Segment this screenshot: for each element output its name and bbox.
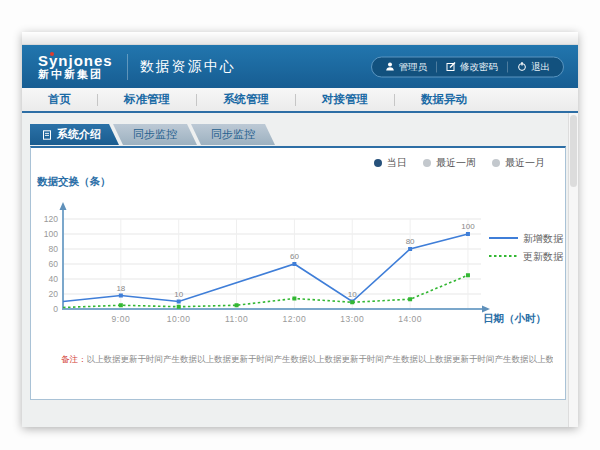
radio-label: 最近一月 bbox=[505, 156, 545, 170]
time-range-filter: 当日 最近一周 最近一月 bbox=[374, 156, 545, 170]
chart-panel: 当日 最近一周 最近一月 0204060801001209:0010:0011:… bbox=[30, 146, 566, 400]
svg-text:80: 80 bbox=[406, 237, 415, 246]
main-nav: 首页 标准管理 系统管理 对接管理 数据异动 bbox=[22, 88, 578, 113]
svg-text:14:00: 14:00 bbox=[398, 314, 422, 324]
y-axis-arrow-icon bbox=[60, 202, 67, 210]
svg-text:18: 18 bbox=[116, 284, 125, 293]
svg-text:13:00: 13:00 bbox=[340, 314, 364, 324]
logo-red-dot-icon bbox=[50, 52, 54, 56]
svg-text:10:00: 10:00 bbox=[167, 314, 191, 324]
footnote-prefix: 备注： bbox=[61, 354, 87, 364]
app-header: Synjones 新中新集团 数据资源中心 管理员 bbox=[22, 45, 578, 88]
svg-text:新增数据: 新增数据 bbox=[523, 233, 564, 244]
tab-system-intro[interactable]: 系统介绍 bbox=[30, 124, 119, 145]
tab-bar: 系统介绍 同步监控 同步监控 bbox=[30, 124, 269, 145]
svg-text:100: 100 bbox=[44, 229, 58, 239]
data-exchange-line-chart: 0204060801001209:0010:0011:0012:0013:001… bbox=[31, 172, 567, 338]
svg-text:11:00: 11:00 bbox=[225, 314, 248, 324]
current-user-label: 管理员 bbox=[399, 60, 428, 73]
logout-label: 退出 bbox=[531, 60, 550, 73]
footnote: 备注：以上数据更新于时间产生数据以上数据更新于时间产生数据以上数据更新于时间产生… bbox=[61, 354, 553, 366]
svg-text:0: 0 bbox=[53, 304, 58, 314]
svg-text:40: 40 bbox=[49, 274, 59, 284]
brand-name-cn: 新中新集团 bbox=[38, 69, 113, 81]
svg-text:10: 10 bbox=[348, 290, 357, 299]
nav-item-system-mgmt[interactable]: 系统管理 bbox=[197, 88, 295, 111]
svg-text:60: 60 bbox=[49, 259, 59, 269]
page-content: 系统介绍 同步监控 同步监控 当日 最近一周 bbox=[22, 113, 578, 427]
svg-text:更新数据: 更新数据 bbox=[523, 251, 564, 262]
footnote-text: 以上数据更新于时间产生数据以上数据更新于时间产生数据以上数据更新于时间产生数据以… bbox=[87, 354, 554, 364]
tab-label: 同步监控 bbox=[211, 128, 255, 140]
radio-today[interactable]: 当日 bbox=[374, 156, 407, 170]
radio-unselected-icon bbox=[423, 159, 431, 167]
svg-text:80: 80 bbox=[49, 244, 59, 254]
radio-label: 最近一周 bbox=[436, 156, 476, 170]
power-icon bbox=[517, 62, 527, 72]
brand-name: Synjones bbox=[38, 53, 113, 69]
window-top-strip bbox=[22, 32, 578, 45]
brand-logo[interactable]: Synjones 新中新集团 bbox=[38, 53, 113, 80]
scrollbar[interactable] bbox=[568, 113, 578, 427]
svg-text:数据交换（条）: 数据交换（条） bbox=[36, 175, 111, 188]
radio-unselected-icon bbox=[492, 159, 500, 167]
svg-text:60: 60 bbox=[290, 252, 299, 261]
page-title: 数据资源中心 bbox=[140, 58, 236, 76]
svg-text:10: 10 bbox=[174, 290, 183, 299]
change-password-label: 修改密码 bbox=[460, 60, 498, 73]
svg-text:120: 120 bbox=[44, 214, 58, 224]
nav-item-data-change[interactable]: 数据异动 bbox=[395, 88, 493, 111]
radio-last-week[interactable]: 最近一周 bbox=[423, 156, 476, 170]
logout-button[interactable]: 退出 bbox=[508, 60, 559, 73]
nav-item-home[interactable]: 首页 bbox=[22, 88, 97, 111]
current-user-button[interactable]: 管理员 bbox=[376, 60, 437, 73]
change-password-button[interactable]: 修改密码 bbox=[437, 60, 507, 73]
svg-text:12:00: 12:00 bbox=[283, 314, 307, 324]
user-menu: 管理员 修改密码 退出 bbox=[371, 56, 565, 77]
svg-text:日期（小时）: 日期（小时） bbox=[483, 312, 546, 325]
radio-selected-icon bbox=[374, 159, 382, 167]
svg-text:9:00: 9:00 bbox=[112, 314, 131, 324]
nav-item-interface-mgmt[interactable]: 对接管理 bbox=[296, 88, 394, 111]
svg-text:100: 100 bbox=[461, 222, 475, 231]
svg-text:20: 20 bbox=[49, 289, 59, 299]
document-icon bbox=[42, 130, 52, 140]
radio-last-month[interactable]: 最近一月 bbox=[492, 156, 545, 170]
scrollbar-thumb[interactable] bbox=[570, 115, 577, 187]
tab-sync-monitor-1[interactable]: 同步监控 bbox=[113, 124, 197, 145]
tab-label: 系统介绍 bbox=[57, 124, 101, 145]
edit-icon bbox=[446, 62, 456, 72]
tab-label: 同步监控 bbox=[133, 128, 177, 140]
screen: Synjones 新中新集团 数据资源中心 管理员 bbox=[0, 0, 600, 450]
tab-sync-monitor-2[interactable]: 同步监控 bbox=[191, 124, 275, 145]
radio-label: 当日 bbox=[387, 156, 407, 170]
app-window: Synjones 新中新集团 数据资源中心 管理员 bbox=[22, 32, 578, 427]
nav-item-standard-mgmt[interactable]: 标准管理 bbox=[98, 88, 196, 111]
user-icon bbox=[385, 62, 395, 72]
header-divider bbox=[127, 54, 128, 80]
